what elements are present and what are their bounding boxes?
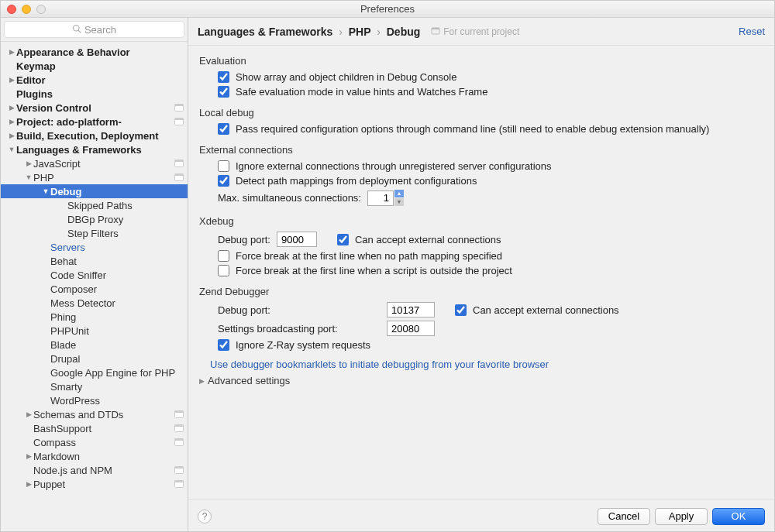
minimize-button[interactable] xyxy=(22,5,31,14)
maximize-button[interactable] xyxy=(36,5,46,14)
svg-rect-17 xyxy=(175,467,184,469)
reset-link[interactable]: Reset xyxy=(739,26,765,37)
sidebar-item-servers[interactable]: Servers xyxy=(1,240,188,254)
sidebar-item-label: Version Control xyxy=(16,102,188,114)
sidebar-item-label: Markdown xyxy=(33,451,188,462)
link-bookmarklets[interactable]: Use debugger bookmarklets to initiate de… xyxy=(210,359,763,370)
sidebar-item-mess-detector[interactable]: Mess Detector xyxy=(1,296,188,310)
project-scope-icon xyxy=(174,423,184,434)
sidebar-item-blade[interactable]: Blade xyxy=(1,338,188,352)
sidebar-item-label: Puppet xyxy=(33,479,188,490)
main-panel: Languages & Frameworks › PHP › Debug For… xyxy=(188,18,774,532)
sidebar-item-code-sniffer[interactable]: Code Sniffer xyxy=(1,268,188,282)
spinner-down-icon[interactable]: ▼ xyxy=(394,198,404,206)
checkbox-xdebug-force2[interactable] xyxy=(218,265,229,276)
label-xdebug-accept: Can accept external connections xyxy=(355,234,501,245)
sidebar-item-compass[interactable]: Compass xyxy=(1,435,188,449)
sidebar-item-languages-frameworks[interactable]: ▼Languages & Frameworks xyxy=(1,142,188,156)
chevron-right-icon: › xyxy=(339,26,343,38)
checkbox-xdebug-force1[interactable] xyxy=(218,250,229,262)
checkbox-xdebug-accept[interactable] xyxy=(337,234,349,245)
sidebar-item-label: PHPUnit xyxy=(50,325,188,337)
chevron-down-icon: ▼ xyxy=(7,146,16,153)
sidebar-item-wordpress[interactable]: WordPress xyxy=(1,393,188,407)
label-detect-mappings: Detect path mappings from deployment con… xyxy=(236,175,477,187)
window-title: Preferences xyxy=(1,3,774,15)
sidebar-item-phing[interactable]: Phing xyxy=(1,310,188,324)
checkbox-safe-eval[interactable] xyxy=(218,86,229,98)
sidebar-item-composer[interactable]: Composer xyxy=(1,282,188,296)
checkbox-pass-config[interactable] xyxy=(218,123,229,135)
help-button[interactable]: ? xyxy=(198,510,212,523)
checkbox-ignore-external[interactable] xyxy=(218,160,229,172)
sidebar-item-markdown[interactable]: ▶Markdown xyxy=(1,449,188,463)
sidebar-item-schemas-and-dtds[interactable]: ▶Schemas and DTDs xyxy=(1,407,188,421)
apply-button[interactable]: Apply xyxy=(655,508,708,525)
sidebar-item-bashsupport[interactable]: BashSupport xyxy=(1,421,188,435)
sidebar: Search ▶Appearance & BehaviorKeymap▶Edit… xyxy=(1,18,188,532)
sidebar-item-phpunit[interactable]: PHPUnit xyxy=(1,324,188,338)
ok-button[interactable]: OK xyxy=(712,508,765,525)
sidebar-item-plugins[interactable]: Plugins xyxy=(1,87,188,101)
search-input[interactable]: Search xyxy=(4,21,184,38)
svg-rect-15 xyxy=(175,439,184,441)
checkbox-ignore-zray[interactable] xyxy=(218,339,229,351)
section-title-zend: Zend Debugger xyxy=(199,286,763,297)
svg-line-1 xyxy=(78,30,81,33)
spinner-max-connections[interactable]: ▲▼ xyxy=(367,190,404,206)
sidebar-item-label: Schemas and DTDs xyxy=(33,409,188,420)
section-title-local-debug: Local debug xyxy=(199,107,763,118)
input-zend-port[interactable] xyxy=(387,302,435,317)
sidebar-item-label: Skipped Paths xyxy=(67,200,188,211)
sidebar-item-google-app-engine-for-php[interactable]: Google App Engine for PHP xyxy=(1,366,188,379)
chevron-right-icon: ▶ xyxy=(24,452,33,460)
input-zend-broadcast[interactable] xyxy=(387,321,435,336)
close-button[interactable] xyxy=(7,5,16,14)
cancel-button[interactable]: Cancel xyxy=(598,508,650,525)
input-xdebug-port[interactable] xyxy=(277,232,317,247)
sidebar-item-smarty[interactable]: Smarty xyxy=(1,379,188,393)
sidebar-item-puppet[interactable]: ▶Puppet xyxy=(1,477,188,491)
sidebar-item-debug[interactable]: ▼Debug xyxy=(1,184,188,198)
sidebar-item-build-execution-deployment[interactable]: ▶Build, Execution, Deployment xyxy=(1,129,188,142)
checkbox-show-array[interactable] xyxy=(218,71,229,83)
checkbox-zend-accept[interactable] xyxy=(455,304,467,316)
sidebar-item-label: Phing xyxy=(50,311,188,323)
label-xdebug-port: Debug port: xyxy=(218,234,270,245)
sidebar-item-label: Keymap xyxy=(16,60,188,72)
sidebar-item-php[interactable]: ▼PHP xyxy=(1,170,188,184)
section-title-external: External connections xyxy=(199,144,763,156)
sidebar-item-project-ado-platform[interactable]: ▶Project: ado-platform- xyxy=(1,115,188,129)
checkbox-detect-mappings[interactable] xyxy=(218,175,229,187)
label-max-connections: Max. simultaneous connections: xyxy=(218,192,361,204)
breadcrumb-2[interactable]: PHP xyxy=(349,26,371,38)
sidebar-item-javascript[interactable]: ▶JavaScript xyxy=(1,156,188,170)
sidebar-item-label: DBGp Proxy xyxy=(67,214,188,225)
sidebar-item-keymap[interactable]: Keymap xyxy=(1,59,188,73)
sidebar-item-appearance-behavior[interactable]: ▶Appearance & Behavior xyxy=(1,45,188,59)
project-scope-icon xyxy=(174,158,184,169)
sidebar-item-behat[interactable]: Behat xyxy=(1,254,188,268)
sidebar-item-dbgp-proxy[interactable]: DBGp Proxy xyxy=(1,212,188,226)
label-zend-accept: Can accept external connections xyxy=(473,304,619,316)
input-max-connections[interactable] xyxy=(367,190,394,206)
label-ignore-zray: Ignore Z-Ray system requests xyxy=(236,339,370,351)
chevron-right-icon: ▶ xyxy=(7,104,16,112)
spinner-up-icon[interactable]: ▲ xyxy=(394,190,404,197)
project-scope-icon xyxy=(174,479,184,489)
settings-content: Evaluation Show array and object childre… xyxy=(188,46,774,499)
project-scope-icon xyxy=(174,102,184,113)
advanced-settings-toggle[interactable]: ▶ Advanced settings xyxy=(199,375,763,386)
sidebar-item-drupal[interactable]: Drupal xyxy=(1,352,188,366)
sidebar-item-node-js-and-npm[interactable]: Node.js and NPM xyxy=(1,463,188,477)
chevron-right-icon: ▶ xyxy=(7,132,16,139)
sidebar-item-label: Editor xyxy=(16,74,188,86)
sidebar-item-skipped-paths[interactable]: Skipped Paths xyxy=(1,198,188,212)
chevron-right-icon: ▶ xyxy=(24,160,33,167)
sidebar-item-editor[interactable]: ▶Editor xyxy=(1,73,188,87)
sidebar-item-step-filters[interactable]: Step Filters xyxy=(1,226,188,240)
sidebar-item-label: Build, Execution, Deployment xyxy=(16,130,188,142)
sidebar-item-version-control[interactable]: ▶Version Control xyxy=(1,101,188,115)
window-controls xyxy=(7,5,46,14)
breadcrumb-1[interactable]: Languages & Frameworks xyxy=(198,26,332,38)
